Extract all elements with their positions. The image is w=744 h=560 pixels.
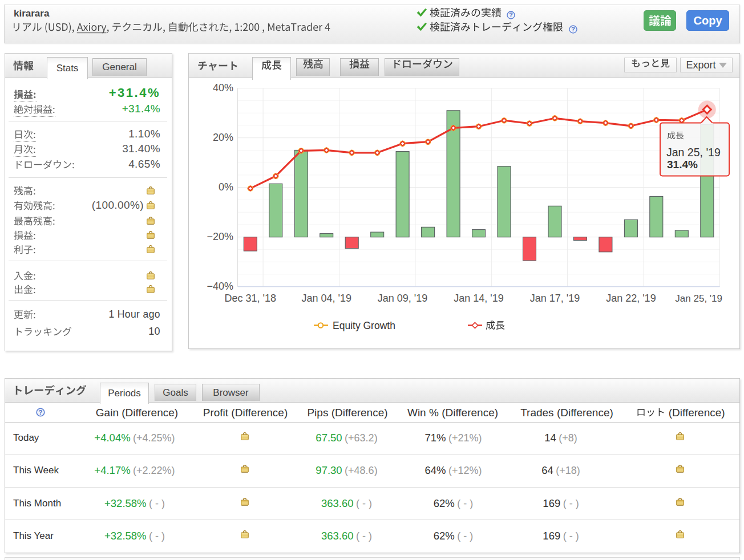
svg-text:31.4%: 31.4%: [667, 159, 698, 171]
svg-text:Jan 25, '19: Jan 25, '19: [675, 293, 722, 304]
svg-text:0%: 0%: [219, 181, 233, 193]
svg-text:Dec 31, '18: Dec 31, '18: [225, 293, 277, 304]
svg-text:Jan 25, '19: Jan 25, '19: [666, 146, 721, 159]
svg-text:Jan 17, '19: Jan 17, '19: [530, 293, 580, 304]
svg-text:40%: 40%: [213, 82, 233, 94]
svg-text:?: ?: [509, 11, 513, 18]
svg-text:−20%: −20%: [207, 231, 233, 242]
svg-text:?: ?: [39, 409, 43, 416]
svg-text:−40%: −40%: [207, 281, 233, 292]
svg-text:Jan 04, '19: Jan 04, '19: [301, 293, 351, 304]
svg-text:Jan 22, '19: Jan 22, '19: [606, 293, 656, 304]
svg-text:Jan 09, '19: Jan 09, '19: [378, 293, 428, 304]
svg-text:Jan 14, '19: Jan 14, '19: [454, 293, 504, 304]
svg-text:?: ?: [571, 26, 575, 33]
svg-text:Equity Growth: Equity Growth: [333, 320, 395, 331]
svg-text:20%: 20%: [213, 132, 233, 143]
